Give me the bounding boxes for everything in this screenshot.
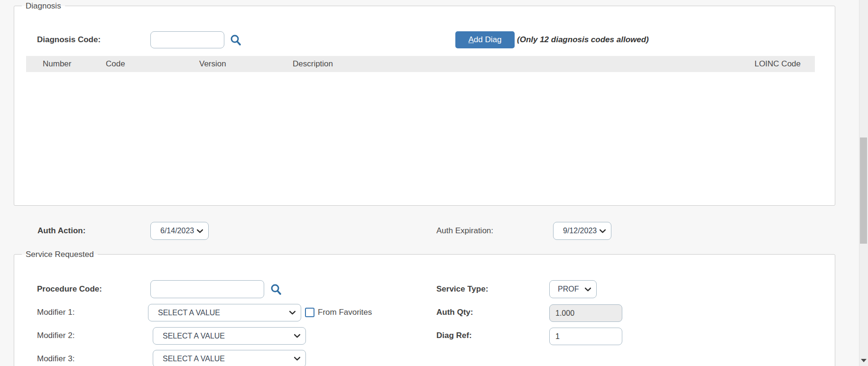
from-favorites-checkbox[interactable] [305,308,314,317]
chevron-down-icon [294,357,305,361]
modifier-3-label: Modifier 3: [37,353,74,365]
authorization-form-page: Diagnosis Diagnosis Code: Add Diag (Only… [0,0,868,366]
modifier-1-select[interactable]: SELECT A VALUE [148,304,301,321]
modifier-1-label: Modifier 1: [37,306,74,319]
diagnosis-section: Diagnosis Diagnosis Code: Add Diag (Only… [14,6,835,206]
procedure-code-input[interactable] [150,280,264,298]
add-diag-button[interactable]: Add Diag [455,31,515,48]
diagnosis-code-label: Diagnosis Code: [37,34,101,46]
auth-action-label: Auth Action: [37,225,85,237]
diag-ref-label: Diag Ref: [436,329,472,342]
scrollbar-down-button[interactable] [859,355,868,366]
service-type-label: Service Type: [436,283,488,295]
chevron-down-icon [294,334,305,338]
modifier-2-select[interactable]: SELECT A VALUE [153,327,306,345]
search-icon[interactable] [270,284,282,295]
chevron-down-icon [197,229,208,233]
diagnosis-table-body [26,72,815,200]
auth-qty-label: Auth Qty: [436,306,473,319]
column-header-description: Description [276,59,739,69]
column-header-version: Version [183,59,276,69]
diagnosis-legend: Diagnosis [22,1,65,11]
auth-expiration-label: Auth Expiration: [436,225,493,237]
triangle-down-icon [861,359,867,362]
from-favorites-label: From Favorites [318,306,372,319]
service-type-select[interactable]: PROF [549,280,597,298]
chevron-down-icon [600,229,611,233]
chevron-down-icon [289,311,301,315]
diag-ref-input[interactable] [549,328,622,345]
column-header-loinc-code: LOINC Code [739,59,815,69]
column-header-code: Code [89,59,183,69]
scrollbar-thumb[interactable] [860,137,867,244]
diagnosis-limit-note: (Only 12 diagnosis codes allowed) [517,34,649,46]
service-requested-section: Service Requested Procedure Code: Servic… [14,254,835,366]
search-icon[interactable] [230,34,241,46]
service-requested-legend: Service Requested [22,249,98,259]
auth-expiration-select[interactable]: 9/12/2023 [553,222,611,240]
diagnosis-code-input[interactable] [150,31,224,48]
auth-action-select[interactable]: 6/14/2023 [150,222,209,240]
diagnosis-table-header: Number Code Version Description LOINC Co… [26,56,815,72]
column-header-number: Number [26,59,89,69]
modifier-3-select[interactable]: SELECT A VALUE [153,350,306,366]
procedure-code-label: Procedure Code: [37,283,102,295]
chevron-down-icon [585,287,596,292]
modifier-2-label: Modifier 2: [37,329,74,342]
auth-qty-input [549,304,622,322]
